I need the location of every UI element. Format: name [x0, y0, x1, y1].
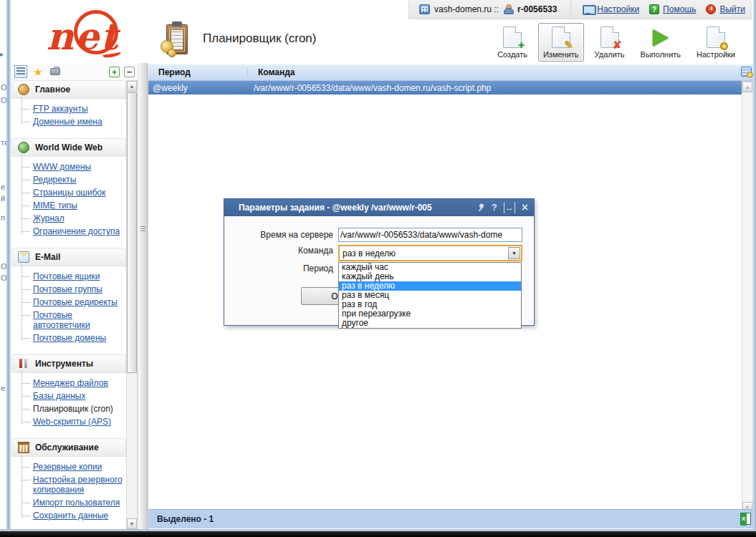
sidebar-scrollbar[interactable]: ▲ ▼: [126, 80, 138, 530]
nav-link[interactable]: FTP аккаунты: [33, 104, 88, 114]
settings-link-label[interactable]: Настройки: [597, 4, 639, 14]
settings-link[interactable]: Настройки: [583, 4, 639, 14]
panel-splitter[interactable]: [138, 63, 148, 530]
dropdown-arrow-icon[interactable]: ▼: [508, 247, 520, 259]
edit-button[interactable]: ✎ Изменить: [538, 23, 584, 62]
sidebar-item-www-domains[interactable]: WWW домены: [11, 160, 126, 173]
sidebar-item-backups[interactable]: Резервные копии: [11, 460, 126, 473]
sidebar-item-domain-names[interactable]: Доменные имена: [11, 115, 126, 128]
sidebar-item-ftp-accounts[interactable]: FTP аккаунты: [11, 102, 126, 115]
clipped-background-column: О О те е й п О О е: [0, 0, 6, 530]
clipped-text: й: [1, 194, 5, 203]
user-icon: [503, 4, 513, 14]
sidebar-item-mime-types[interactable]: MIME типы: [11, 199, 126, 212]
sidebar-item-backup-settings[interactable]: Настройка резервного копирования: [11, 473, 126, 496]
sidebar-item-error-pages[interactable]: Страницы ошибок: [11, 186, 126, 199]
scrollbar-thumb[interactable]: [127, 92, 137, 373]
scroll-down-arrow[interactable]: ▼: [127, 518, 137, 529]
section-title: E-Mail: [35, 252, 60, 262]
clipped-text: О: [1, 262, 6, 271]
command-input[interactable]: [338, 228, 522, 242]
envelope-icon: [18, 251, 29, 263]
account-label: r-0056533: [517, 4, 557, 14]
sidebar-item-mail-redirects[interactable]: Почтовые редиректы: [11, 296, 126, 309]
sidebar-item-web-scripts[interactable]: Web-скрипты (APS): [11, 415, 126, 428]
help-link[interactable]: ? Помощь: [649, 4, 696, 14]
logo-ring: [74, 10, 118, 54]
sidebar-section-maintenance: Обслуживание Резервные копии Настройка р…: [11, 438, 126, 525]
nav-link[interactable]: Базы данных: [33, 391, 85, 401]
column-header-period[interactable]: Период: [148, 67, 248, 77]
nav-link[interactable]: Ограничение доступа: [33, 226, 120, 236]
sidebar-item-import-user[interactable]: Импорт пользователя: [11, 496, 126, 509]
splitter-grip-icon: [140, 226, 145, 233]
clipped-text: те: [1, 138, 6, 147]
run-button[interactable]: Выполнить: [636, 22, 686, 62]
scroll-up-arrow[interactable]: ▲: [742, 82, 752, 92]
sidebar-item-redirects[interactable]: Редиректы: [11, 173, 126, 186]
new-page-icon: +: [503, 26, 522, 48]
create-button[interactable]: + Создать: [492, 23, 532, 62]
section-title: Главное: [35, 84, 70, 95]
edit-page-icon: ✎: [552, 26, 570, 48]
nav-link[interactable]: Менеджер файлов: [33, 378, 108, 388]
close-icon[interactable]: ×: [522, 202, 528, 213]
nav-link[interactable]: Резервные копии: [33, 462, 102, 472]
sidebar-item-access-limit[interactable]: Ограничение доступа: [11, 225, 126, 238]
nav-link[interactable]: MIME типы: [33, 200, 77, 211]
nav-link[interactable]: Настройка резервного копирования: [33, 475, 123, 495]
section-title: Обслуживание: [35, 442, 99, 453]
sidebar-item-file-manager[interactable]: Менеджер файлов: [11, 377, 126, 390]
sidebar-item-log[interactable]: Журнал: [11, 212, 126, 225]
sidebar-item-cron[interactable]: Планировщик (cron): [11, 402, 126, 415]
pin-icon[interactable]: [475, 203, 485, 213]
delete-button-label: Удалить: [595, 50, 625, 59]
nav-link[interactable]: Web-скрипты (APS): [33, 417, 111, 427]
nav-link[interactable]: Сохранить данные: [33, 511, 108, 521]
nav-link[interactable]: Почтовые домены: [33, 333, 106, 343]
star-icon: ★: [33, 67, 42, 77]
settings-button[interactable]: Настройки: [692, 23, 740, 62]
delete-button[interactable]: ✘ Удалить: [590, 23, 630, 62]
favorites-button[interactable]: ★: [32, 65, 44, 78]
help-link-label[interactable]: Помощь: [663, 4, 696, 14]
logout-link-label[interactable]: Выйти: [719, 4, 745, 14]
view-list-button[interactable]: [14, 65, 27, 78]
monitor-icon: [583, 5, 593, 14]
nav-link[interactable]: Импорт пользователя: [33, 498, 120, 508]
scroll-up-arrow[interactable]: ▲: [127, 81, 137, 92]
nav-link[interactable]: WWW домены: [33, 162, 91, 172]
nav-link[interactable]: Доменные имена: [33, 117, 102, 127]
column-settings-icon[interactable]: [741, 67, 752, 77]
sidebar-item-autoresponders[interactable]: Почтовые автоответчики: [11, 309, 126, 332]
cell-command: /var/www/r-0056533/data/www/vash-domen.r…: [248, 83, 491, 93]
nav-link[interactable]: Страницы ошибок: [33, 188, 105, 198]
nav-link[interactable]: Журнал: [33, 213, 64, 223]
delete-page-icon: ✘: [601, 26, 619, 48]
sidebar-item-mailboxes[interactable]: Почтовые ящики: [11, 270, 126, 283]
nav-link[interactable]: Редиректы: [33, 175, 76, 185]
sidebar-section-main: Главное FTP аккаунты Доменные имена: [11, 80, 126, 131]
sidebar-item-mail-groups[interactable]: Почтовые группы: [11, 283, 126, 296]
nav-link[interactable]: Почтовые группы: [33, 284, 102, 294]
resize-icon[interactable]: ↔: [504, 202, 515, 213]
sidebar-item-mail-domains[interactable]: Почтовые домены: [11, 332, 126, 344]
table-row-selected[interactable]: @weekly /var/www/r-0056533/data/www/vash…: [148, 81, 742, 95]
dialog-title-bar[interactable]: Параметры задания - @weekly /var/www/r-0…: [224, 199, 534, 216]
dialog-help-icon[interactable]: ?: [492, 202, 497, 213]
logout-link[interactable]: Выйти: [706, 4, 745, 14]
column-header-command[interactable]: Команда: [248, 67, 295, 77]
period-select[interactable]: раз в неделю ▼: [338, 245, 522, 261]
collapse-all-button[interactable]: −: [124, 67, 135, 77]
briefcase-button[interactable]: [49, 65, 62, 78]
nav-link[interactable]: Почтовые редиректы: [33, 297, 118, 307]
expand-all-button[interactable]: +: [109, 67, 120, 77]
collapse-frame-icon[interactable]: ▸: [0, 50, 4, 58]
nav-link[interactable]: Почтовые автоответчики: [33, 310, 90, 330]
grid-scrollbar[interactable]: ▲ ▼: [742, 81, 753, 513]
nav-link[interactable]: Почтовые ящики: [33, 271, 100, 281]
export-excel-icon[interactable]: [740, 513, 751, 525]
sidebar-item-databases[interactable]: Базы данных: [11, 390, 126, 402]
sidebar-item-save-data[interactable]: Сохранить данные: [11, 509, 126, 522]
dropdown-option[interactable]: другое: [339, 319, 521, 328]
